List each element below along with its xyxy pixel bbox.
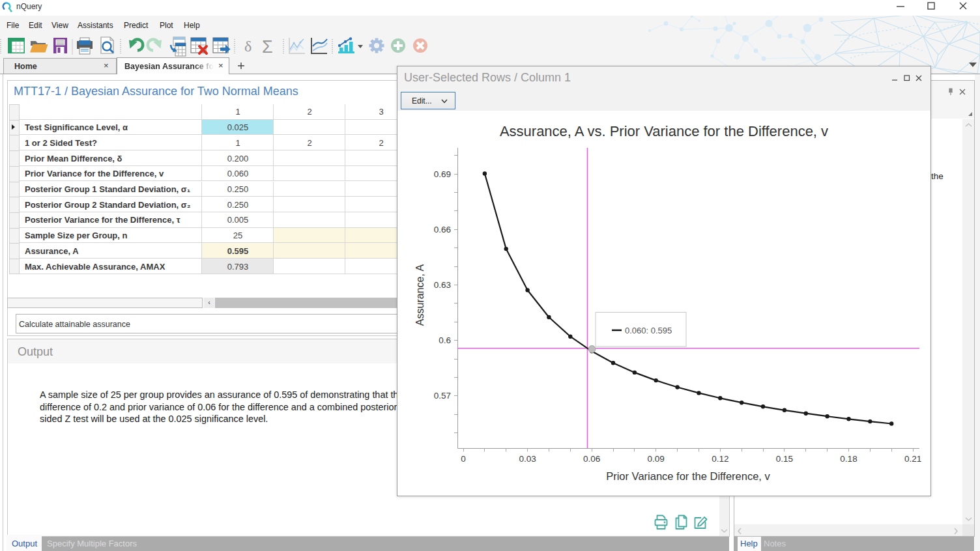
svg-text:0.69: 0.69	[434, 169, 451, 179]
svg-text:0.03: 0.03	[519, 454, 536, 464]
svg-text:0.63: 0.63	[434, 280, 451, 290]
svg-text:0.66: 0.66	[434, 225, 451, 234]
svg-text:0.09: 0.09	[648, 454, 665, 464]
svg-text:Prior Variance for the Differe: Prior Variance for the Difference, v	[606, 470, 770, 482]
svg-text:Assurance, A: Assurance, A	[414, 264, 425, 326]
svg-text:Assurance, A vs. Prior Varianc: Assurance, A vs. Prior Variance for the …	[500, 123, 828, 139]
svg-text:0.57: 0.57	[434, 391, 451, 401]
svg-text:0: 0	[461, 454, 466, 464]
svg-text:0.6: 0.6	[439, 335, 451, 345]
svg-text:0.18: 0.18	[840, 454, 857, 464]
svg-text:0.21: 0.21	[904, 454, 921, 464]
svg-text:0.06: 0.06	[583, 454, 600, 464]
svg-text:0.15: 0.15	[776, 454, 793, 464]
svg-text:0.12: 0.12	[712, 454, 728, 464]
svg-text:0.060: 0.595: 0.060: 0.595	[625, 326, 672, 335]
svg-text:δ: δ	[244, 38, 252, 55]
svg-text:Σ: Σ	[262, 37, 273, 57]
